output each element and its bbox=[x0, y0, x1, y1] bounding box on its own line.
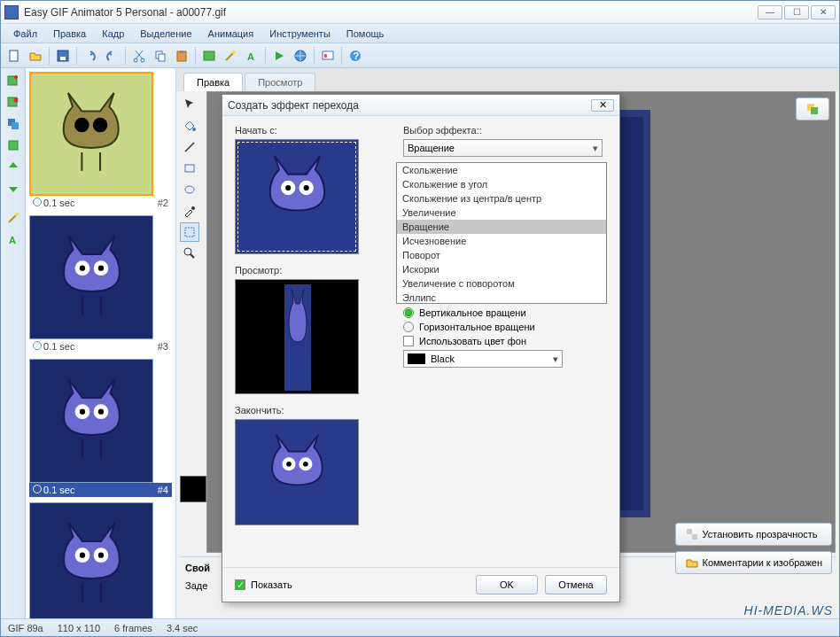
help-icon[interactable]: ? bbox=[346, 46, 365, 66]
tab-preview[interactable]: Просмотр bbox=[245, 73, 315, 91]
svg-rect-20 bbox=[9, 141, 18, 150]
frame-thumbnail[interactable] bbox=[29, 359, 153, 483]
svg-point-32 bbox=[97, 408, 103, 414]
dd-item[interactable]: Исчезновение bbox=[397, 234, 606, 248]
save-icon[interactable] bbox=[53, 46, 73, 66]
svg-rect-2 bbox=[60, 57, 66, 60]
frame-duration: 0.1 sec bbox=[33, 485, 74, 495]
image-comments-button[interactable]: Комментарии к изображен bbox=[675, 551, 832, 574]
dd-item[interactable]: Вращение bbox=[397, 220, 606, 234]
color-swatch[interactable] bbox=[180, 476, 206, 502]
effect-dropdown-list[interactable]: Скольжение Скольжение в угол Скольжение … bbox=[396, 162, 607, 304]
dd-item[interactable]: Поворот bbox=[397, 248, 606, 262]
menu-animation[interactable]: Анимация bbox=[201, 27, 261, 41]
maximize-button[interactable]: ☐ bbox=[784, 5, 809, 19]
horizontal-rotation-radio[interactable]: Горизонтальное вращени bbox=[403, 322, 607, 332]
zoom-tool-icon[interactable] bbox=[180, 244, 199, 263]
dd-item[interactable]: Скольжение bbox=[397, 163, 606, 177]
show-label: Показать bbox=[251, 579, 292, 590]
dd-item[interactable]: Эллипс bbox=[397, 291, 606, 304]
text-icon[interactable]: A bbox=[242, 46, 261, 66]
end-label: Закончить: bbox=[235, 405, 385, 416]
minimize-button[interactable]: — bbox=[758, 5, 782, 19]
frames-panel: 0.1 sec#2 0.1 sec#3 0.1 sec#4 bbox=[26, 68, 176, 618]
start-frame-thumb[interactable] bbox=[235, 139, 359, 254]
ellipse-tool-icon[interactable] bbox=[180, 180, 199, 199]
add-frame-icon[interactable] bbox=[4, 72, 23, 91]
vertical-rotation-radio[interactable]: Вертикальное вращени bbox=[403, 307, 607, 318]
frame-thumbnail[interactable] bbox=[29, 502, 153, 618]
eyedropper-tool-icon[interactable] bbox=[180, 201, 199, 221]
dd-item[interactable]: Увеличение bbox=[397, 206, 606, 220]
preview-icon[interactable] bbox=[318, 46, 338, 66]
svg-rect-38 bbox=[185, 165, 194, 172]
move-down-icon[interactable] bbox=[4, 178, 23, 198]
frame-thumbnail[interactable] bbox=[29, 215, 153, 339]
line-tool-icon[interactable] bbox=[180, 137, 199, 157]
frame-thumbnail[interactable] bbox=[29, 72, 153, 196]
dd-item[interactable]: Искорки bbox=[397, 262, 606, 276]
svg-point-24 bbox=[93, 117, 108, 132]
ok-button[interactable]: OK bbox=[476, 575, 538, 594]
blank-frame-icon[interactable] bbox=[4, 136, 23, 155]
rect-tool-icon[interactable] bbox=[180, 159, 199, 178]
svg-point-40 bbox=[191, 206, 195, 210]
menu-file[interactable]: Файл bbox=[6, 27, 44, 41]
dd-item[interactable]: Скольжение из центра/в центр bbox=[397, 191, 606, 206]
frame-item[interactable]: 0.1 sec#3 bbox=[29, 215, 172, 353]
frame-item[interactable]: 0.1 sec#4 bbox=[29, 359, 172, 497]
frame-duration: 0.1 sec bbox=[33, 341, 74, 352]
toolbar: A ? bbox=[1, 43, 839, 68]
bg-color-combo[interactable]: Black bbox=[403, 350, 563, 368]
frame-item[interactable] bbox=[29, 502, 172, 618]
duplicate-frame-icon[interactable] bbox=[4, 114, 23, 134]
menu-selection[interactable]: Выделение bbox=[133, 27, 198, 41]
status-time: 3.4 sec bbox=[167, 623, 198, 633]
edit-tools bbox=[180, 95, 203, 263]
open-icon[interactable] bbox=[26, 46, 45, 66]
svg-rect-19 bbox=[12, 122, 19, 129]
pointer-tool-icon[interactable] bbox=[180, 95, 199, 114]
dialog-close-button[interactable]: ✕ bbox=[591, 99, 614, 112]
use-bg-color-checkbox[interactable]: Использовать цвет фон bbox=[403, 336, 607, 346]
menu-help[interactable]: Помощь bbox=[339, 27, 392, 41]
copy-icon[interactable] bbox=[151, 46, 170, 66]
svg-rect-41 bbox=[185, 228, 194, 237]
select-tool-icon[interactable] bbox=[180, 222, 199, 242]
menu-tools[interactable]: Инструменты bbox=[262, 27, 338, 41]
fill-tool-icon[interactable] bbox=[180, 116, 199, 136]
statusbar: GIF 89a 110 x 110 6 frames 3.4 sec bbox=[1, 618, 839, 636]
svg-text:?: ? bbox=[354, 50, 360, 61]
text-frame-icon[interactable]: A bbox=[4, 229, 23, 249]
cut-icon[interactable] bbox=[129, 46, 149, 66]
layers-icon[interactable] bbox=[796, 97, 829, 120]
show-checkbox[interactable]: ✓Показать bbox=[235, 579, 292, 590]
cancel-button[interactable]: Отмена bbox=[545, 575, 607, 594]
globe-icon[interactable] bbox=[291, 46, 310, 66]
undo-icon[interactable] bbox=[81, 46, 100, 66]
wand-icon[interactable] bbox=[221, 46, 240, 66]
image-icon[interactable] bbox=[199, 46, 219, 66]
effects-icon[interactable] bbox=[4, 208, 23, 228]
dd-item[interactable]: Увеличение с поворотом bbox=[397, 276, 606, 291]
effect-combo[interactable]: Вращение bbox=[403, 139, 603, 157]
close-button[interactable]: ✕ bbox=[811, 5, 836, 19]
menu-edit[interactable]: Правка bbox=[46, 27, 93, 41]
frame-item[interactable]: 0.1 sec#2 bbox=[29, 72, 172, 210]
redo-icon[interactable] bbox=[102, 46, 121, 66]
delete-frame-icon[interactable] bbox=[4, 93, 23, 113]
menubar: Файл Правка Кадр Выделение Анимация Инст… bbox=[1, 24, 839, 43]
move-up-icon[interactable] bbox=[4, 157, 23, 176]
paste-icon[interactable] bbox=[172, 46, 191, 66]
new-icon[interactable] bbox=[4, 46, 24, 66]
play-icon[interactable] bbox=[269, 46, 289, 66]
effect-label: Выбор эффекта:: bbox=[403, 125, 607, 136]
menu-frame[interactable]: Кадр bbox=[95, 27, 131, 41]
status-format: GIF 89a bbox=[8, 623, 43, 633]
app-icon bbox=[4, 5, 19, 19]
tab-edit[interactable]: Правка bbox=[183, 73, 243, 91]
dd-item[interactable]: Скольжение в угол bbox=[397, 177, 606, 191]
set-transparency-button[interactable]: Установить прозрачность bbox=[675, 523, 832, 546]
svg-point-48 bbox=[299, 181, 313, 195]
end-frame-thumb[interactable] bbox=[235, 419, 359, 525]
